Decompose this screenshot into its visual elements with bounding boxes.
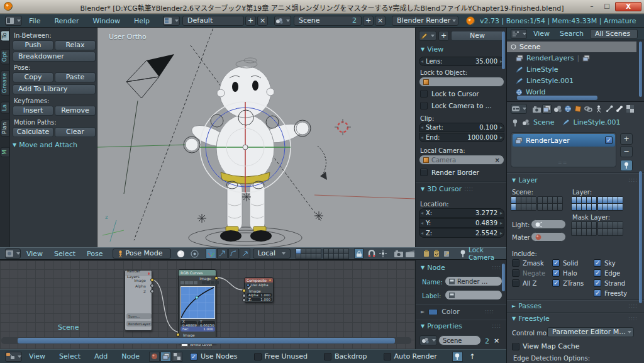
layer-cell[interactable] <box>572 197 576 203</box>
layer-cell[interactable] <box>558 204 562 210</box>
breadcrumb-scene[interactable]: Scene <box>533 118 555 126</box>
layer-cell[interactable] <box>618 222 623 228</box>
layer-cell[interactable] <box>592 229 596 235</box>
layer-cell[interactable] <box>613 204 618 210</box>
vp-menu-select[interactable]: Select <box>54 250 75 258</box>
tab-render-layers[interactable] <box>542 104 552 114</box>
breakdowner-button[interactable]: Breakdowner <box>13 52 96 62</box>
layer-cell[interactable] <box>543 204 547 210</box>
add-render-layer-button[interactable]: + <box>620 133 633 145</box>
snap-element-icon[interactable] <box>379 249 387 258</box>
menu-help[interactable]: Help <box>134 17 150 25</box>
tab-plan[interactable]: Plan <box>1 120 9 137</box>
layer-cell[interactable] <box>582 229 586 235</box>
local-camera-field[interactable]: Camera × <box>419 155 504 165</box>
layer-cell[interactable] <box>334 249 338 254</box>
tab-render[interactable] <box>532 104 541 114</box>
scene-layers-grid-a[interactable] <box>511 196 536 211</box>
properties-scrollbar[interactable] <box>639 171 642 303</box>
snap-magnet-icon[interactable] <box>367 249 376 258</box>
keyframe-insert-button[interactable]: Insert <box>13 106 53 116</box>
render-engine-select[interactable]: Blender Render <box>392 16 458 26</box>
lock-to-object-field[interactable] <box>419 77 504 87</box>
layer-cell[interactable] <box>613 222 618 228</box>
curve-x-field[interactable]: X 0.48889 <box>180 321 197 325</box>
include-strand[interactable]: Strand <box>594 279 625 287</box>
tab-armature[interactable] <box>594 104 604 114</box>
tab-m[interactable]: M <box>1 147 9 157</box>
tab-physics[interactable] <box>625 104 635 114</box>
layer-cell[interactable] <box>339 249 343 254</box>
paste-pose-icon[interactable] <box>432 249 441 258</box>
layer-cell[interactable] <box>553 197 557 203</box>
layer-cell[interactable] <box>592 204 596 210</box>
backdrop-checkbox[interactable] <box>324 353 331 360</box>
breadcrumb-linestyle[interactable]: LineStyle.001 <box>574 118 621 126</box>
add-to-library-button[interactable]: Add To Library <box>13 84 96 94</box>
cursor-x-slider[interactable]: X: 3.2772 <box>419 208 504 218</box>
layer-cell[interactable] <box>577 229 581 235</box>
node-label-field[interactable] <box>445 290 502 300</box>
layer-cell[interactable] <box>531 197 536 203</box>
color-swatch[interactable] <box>428 309 438 315</box>
node-close-icon[interactable] <box>148 272 150 275</box>
layer-cell[interactable] <box>543 197 547 203</box>
layer-cell[interactable] <box>511 204 516 210</box>
editor-type-3dview-button[interactable] <box>5 249 21 259</box>
sky-checkbox[interactable] <box>594 259 601 267</box>
layer-cell[interactable] <box>558 197 562 203</box>
lock-to-scene-icon[interactable] <box>354 249 364 259</box>
layer-cell[interactable] <box>531 204 536 210</box>
shader-nodes-icon[interactable] <box>149 352 160 362</box>
render-anim-icon[interactable] <box>406 249 414 258</box>
use-nodes-checkbox[interactable] <box>190 353 197 360</box>
outliner-item-linestyle001[interactable]: LineStyle.001 <box>507 75 636 86</box>
freestyle-panel-header[interactable]: ▼ Freestyle :::: <box>512 315 638 323</box>
node-menu-view[interactable]: View <box>29 352 45 360</box>
go-to-parent-icon[interactable]: ↑ <box>469 352 475 361</box>
pin-icon[interactable] <box>512 119 518 126</box>
edge-checkbox[interactable] <box>594 269 601 277</box>
alpha-slider[interactable]: Alpha: 1.000 <box>247 293 272 297</box>
curve-widget[interactable] <box>180 286 215 319</box>
socket-alpha-out[interactable] <box>150 284 154 288</box>
layer-cell[interactable] <box>521 204 526 210</box>
include-sky[interactable]: Sky <box>594 259 616 267</box>
editor-type-node-button[interactable] <box>5 352 22 362</box>
socket-image-out[interactable] <box>150 278 154 282</box>
include-halo[interactable]: Halo <box>552 269 577 277</box>
layer-cell[interactable] <box>598 204 602 210</box>
layer-cell[interactable] <box>587 204 591 210</box>
layer-cell[interactable] <box>311 249 316 254</box>
tab-scene[interactable] <box>553 104 562 114</box>
tab-la[interactable]: La <box>1 102 9 114</box>
socket-image-out[interactable] <box>214 276 218 280</box>
include-negate[interactable]: Negate <box>512 269 545 277</box>
view-panel-scrollbar[interactable] <box>502 31 505 69</box>
node-rgb-curves[interactable]: RGB Curves Image X 0.48889 Y 0.66250 Fac… <box>178 269 216 343</box>
render-border-checkbox[interactable] <box>420 169 428 176</box>
calculate-button[interactable]: Calculate <box>13 127 53 137</box>
layer-cell[interactable] <box>603 229 608 235</box>
layer-cell[interactable] <box>344 254 348 259</box>
layer-cell[interactable] <box>296 249 301 254</box>
paste-flipped-pose-icon[interactable] <box>442 249 451 258</box>
layer-cell[interactable] <box>603 222 608 228</box>
tab-data[interactable] <box>604 104 614 114</box>
menu-window[interactable]: Window <box>93 17 120 25</box>
socket-image-in[interactable] <box>242 289 246 293</box>
viewport-shading-icon[interactable] <box>176 249 185 258</box>
tab-world[interactable] <box>563 104 572 114</box>
lock-to-cursor-row[interactable]: Lock to Cursor <box>420 90 479 98</box>
layer-cell[interactable] <box>516 204 521 210</box>
unlink-scene-icon[interactable]: × <box>494 337 499 345</box>
zmask-checkbox[interactable] <box>512 259 519 267</box>
clear-button[interactable]: Clear <box>55 127 96 137</box>
layer-cell[interactable] <box>548 204 552 210</box>
layer-cell[interactable] <box>592 197 596 203</box>
node-layer-field[interactable]: RenderLayer <box>126 321 152 327</box>
pose-paste-button[interactable]: Paste <box>55 72 96 82</box>
outliner-item-scene[interactable]: Scene <box>507 42 636 52</box>
add-scene-button[interactable]: + <box>363 16 374 26</box>
control-mode-select[interactable]: Parameter Editor M... <box>547 327 634 337</box>
